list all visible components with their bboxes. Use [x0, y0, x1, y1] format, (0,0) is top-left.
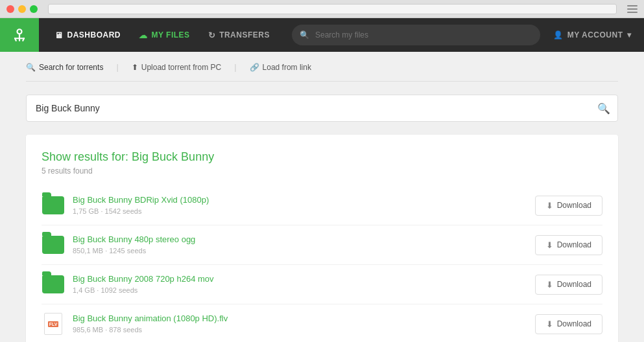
download-icon: ⬇ — [546, 319, 553, 329]
result-info: Big Buck Bunny 480p stereo ogg850,1 MB ·… — [73, 234, 535, 255]
content: 🔍 Search for torrents | ⬆ Upload torrent… — [0, 52, 644, 342]
download-button[interactable]: ⬇Download — [535, 196, 602, 216]
subnav-search-label: Search for torrents — [39, 63, 103, 72]
download-icon: ⬇ — [546, 201, 553, 211]
result-info: Big Buck Bunny 2008 720p h264 mov1,4 GB … — [73, 274, 535, 295]
menu-icon[interactable] — [627, 5, 638, 13]
results-count: 5 results found — [42, 166, 602, 176]
nav-links: 🖥 Dashboard ☁ My Files ↻ Transfers — [45, 18, 279, 52]
result-meta: 985,6 MB · 878 seeds — [73, 326, 142, 334]
subnav-upload-torrent[interactable]: ⬆ Upload torrent from PC — [132, 63, 234, 72]
nav-account[interactable]: 👤 My Account ▾ — [553, 30, 644, 40]
subnav-load-link[interactable]: 🔗 Load from link — [250, 63, 324, 72]
folder-icon — [42, 233, 65, 256]
result-row: FLVBig Buck Bunny animation (1080p HD).f… — [42, 304, 602, 342]
results-section: Show results for: Big Buck Bunny 5 resul… — [26, 135, 618, 342]
download-icon: ⬇ — [546, 280, 553, 290]
result-row: Big Buck Bunny 480p stereo ogg850,1 MB ·… — [42, 225, 602, 265]
result-info: Big Buck Bunny BDRip Xvid (1080p)1,75 GB… — [73, 195, 535, 216]
logo-icon — [10, 26, 29, 44]
result-row: Big Buck Bunny BDRip Xvid (1080p)1,75 GB… — [42, 186, 602, 225]
result-meta: 1,4 GB · 1092 seeds — [73, 286, 137, 294]
nav-dashboard-label: Dashboard — [67, 30, 121, 40]
nav-transfers-label: Transfers — [219, 30, 270, 40]
nav-myfiles-label: My Files — [152, 30, 190, 40]
results-query: Big Buck Bunny — [132, 150, 214, 163]
logo[interactable] — [0, 18, 39, 52]
download-icon: ⬇ — [546, 240, 553, 250]
download-button[interactable]: ⬇Download — [535, 314, 602, 334]
link-icon: 🔗 — [250, 63, 259, 72]
folder-icon — [42, 194, 65, 217]
transfer-icon: ↻ — [208, 30, 216, 40]
chevron-down-icon: ▾ — [627, 30, 632, 40]
search-box-wrap: 🔍 — [26, 95, 618, 122]
download-button[interactable]: ⬇Download — [535, 275, 602, 295]
subnav-upload-label: Upload torrent from PC — [141, 63, 221, 72]
url-bar — [48, 4, 617, 14]
result-row: Big Buck Bunny 2008 720p h264 mov1,4 GB … — [42, 265, 602, 304]
minimize-button[interactable] — [18, 5, 26, 13]
torrent-search-input[interactable] — [26, 95, 618, 122]
subnav-load-label: Load from link — [263, 63, 311, 72]
result-name[interactable]: Big Buck Bunny animation (1080p HD).flv — [73, 314, 535, 323]
subnav-search-torrents[interactable]: 🔍 Search for torrents — [26, 63, 116, 72]
nav-dashboard[interactable]: 🖥 Dashboard — [45, 18, 130, 52]
nav-myfiles[interactable]: ☁ My Files — [130, 18, 199, 52]
navbar: 🖥 Dashboard ☁ My Files ↻ Transfers 🔍 👤 M… — [0, 18, 644, 52]
search-icon: 🔍 — [26, 63, 36, 72]
results-title: Show results for: Big Buck Bunny — [42, 150, 602, 164]
title-bar — [0, 0, 644, 18]
result-meta: 850,1 MB · 1245 seeds — [73, 247, 146, 255]
nav-account-label: My Account — [567, 30, 623, 40]
result-name[interactable]: Big Buck Bunny BDRip Xvid (1080p) — [73, 195, 535, 205]
search-submit-icon[interactable]: 🔍 — [597, 102, 610, 115]
folder-icon — [42, 273, 65, 296]
download-button[interactable]: ⬇Download — [535, 235, 602, 255]
maximize-button[interactable] — [30, 5, 38, 13]
dashboard-icon: 🖥 — [54, 30, 64, 40]
result-info: Big Buck Bunny animation (1080p HD).flv9… — [73, 314, 535, 334]
upload-icon: ⬆ — [132, 63, 138, 72]
account-icon: 👤 — [553, 30, 564, 40]
nav-search-input[interactable] — [292, 25, 540, 45]
close-button[interactable] — [6, 5, 14, 13]
result-name[interactable]: Big Buck Bunny 480p stereo ogg — [73, 234, 535, 244]
nav-search: 🔍 — [292, 25, 540, 45]
result-name[interactable]: Big Buck Bunny 2008 720p h264 mov — [73, 274, 535, 284]
results-list: Big Buck Bunny BDRip Xvid (1080p)1,75 GB… — [42, 186, 602, 342]
result-meta: 1,75 GB · 1542 seeds — [73, 207, 141, 215]
nav-transfers[interactable]: ↻ Transfers — [199, 18, 279, 52]
file-icon: FLV — [42, 312, 65, 336]
sub-nav: 🔍 Search for torrents | ⬆ Upload torrent… — [26, 52, 618, 82]
cloud-icon: ☁ — [139, 30, 148, 40]
nav-search-icon: 🔍 — [300, 30, 309, 40]
